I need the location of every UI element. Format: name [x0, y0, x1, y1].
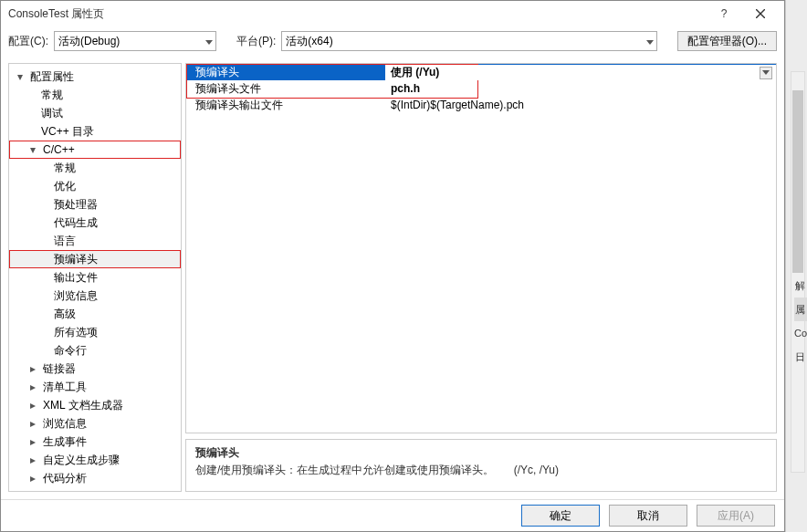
side-tab-properties[interactable]: 属	[794, 297, 807, 321]
window-title: ConsoleTest 属性页	[8, 6, 706, 22]
prop-row-pchfile[interactable]: 预编译头文件 pch.h	[186, 80, 776, 97]
tree-item-ccpp-preproc[interactable]: 预处理器	[9, 195, 181, 214]
ok-button[interactable]: 确定	[521, 505, 600, 527]
tree-item-ccpp-optimize[interactable]: 优化	[9, 177, 181, 195]
config-row: 配置(C): 活动(Debug) 平台(P): 活动(x64) 配置管理器(O)…	[1, 26, 784, 56]
tree-item-browseinfo[interactable]: ▸浏览信息	[9, 414, 181, 433]
tree-item-ccpp-lang[interactable]: 语言	[9, 232, 181, 250]
platform-select[interactable]: 活动(x64)	[281, 31, 656, 51]
grid-pane: 预编译头 使用 (/Yu) 预编译头文件 pch.h 预编译头输出文件 $(In…	[185, 63, 777, 492]
expander-icon[interactable]: ▾	[27, 143, 38, 156]
tree-item-buildevents[interactable]: ▸生成事件	[9, 433, 181, 451]
prop-value[interactable]: pch.h	[385, 82, 776, 95]
chevron-down-icon	[205, 35, 213, 47]
config-manager-button[interactable]: 配置管理器(O)...	[677, 31, 777, 51]
scrollbar-thumb[interactable]	[792, 90, 803, 273]
chevron-down-icon[interactable]	[760, 67, 772, 79]
prop-name: 预编译头	[186, 65, 385, 80]
tree-item-debug[interactable]: 调试	[9, 104, 181, 122]
tree-item-custombuild[interactable]: ▸自定义生成步骤	[9, 451, 181, 469]
prop-row-pchoutput[interactable]: 预编译头输出文件 $(IntDir)$(TargetName).pch	[186, 97, 776, 113]
expander-icon[interactable]: ▾	[15, 70, 26, 83]
expander-icon[interactable]: ▸	[27, 362, 38, 375]
config-select[interactable]: 活动(Debug)	[54, 31, 216, 51]
expander-icon[interactable]: ▸	[27, 472, 38, 485]
dialog-footer: 确定 取消 应用(A)	[1, 499, 784, 531]
ide-side-tabs: 解 属 Co 日	[785, 0, 807, 532]
desc-body: 创建/使用预编译头：在生成过程中允许创建或使用预编译头。 (/Yc, /Yu)	[195, 463, 767, 478]
description-pane: 预编译头 创建/使用预编译头：在生成过程中允许创建或使用预编译头。 (/Yc, …	[185, 439, 777, 492]
prop-value[interactable]: 使用 (/Yu)	[385, 65, 776, 80]
tree-item-ccpp-allopts[interactable]: 所有选项	[9, 323, 181, 341]
tree-item-ccpp-cmdline[interactable]: 命令行	[9, 341, 181, 360]
tree-item-ccpp-pch[interactable]: 预编译头	[9, 250, 181, 268]
expander-icon[interactable]: ▸	[27, 381, 38, 393]
help-button[interactable]: ?	[706, 1, 742, 26]
config-label: 配置(C):	[8, 34, 48, 49]
vertical-scrollbar[interactable]	[791, 71, 805, 473]
side-tab-solution[interactable]: 解	[794, 274, 807, 297]
property-grid[interactable]: 预编译头 使用 (/Yu) 预编译头文件 pch.h 预编译头输出文件 $(In…	[185, 63, 777, 433]
side-tab-log[interactable]: 日	[794, 345, 807, 369]
close-button[interactable]	[742, 1, 779, 26]
prop-row-pch[interactable]: 预编译头 使用 (/Yu)	[186, 64, 776, 80]
tree-pane[interactable]: ▾ 配置属性 常规 调试 VC++ 目录 ▾ C/C++	[8, 63, 182, 492]
titlebar: ConsoleTest 属性页 ?	[1, 1, 784, 26]
body-area: ▾ 配置属性 常规 调试 VC++ 目录 ▾ C/C++	[1, 56, 784, 499]
prop-name: 预编译头文件	[186, 81, 385, 97]
tree-item-general[interactable]: 常规	[9, 86, 181, 104]
tree-item-ccpp[interactable]: ▾ C/C++	[9, 141, 181, 159]
property-pages-dialog: ConsoleTest 属性页 ? 配置(C): 活动(Debug) 平台(P)…	[0, 0, 785, 532]
tree-item-ccpp-general[interactable]: 常规	[9, 159, 181, 177]
expander-icon[interactable]: ▸	[27, 435, 38, 448]
expander-icon[interactable]: ▸	[27, 454, 38, 466]
expander-icon[interactable]: ▸	[27, 417, 38, 430]
platform-label: 平台(P):	[236, 34, 276, 49]
tree-item-ccpp-advanced[interactable]: 高级	[9, 305, 181, 323]
tree-item-ccpp-browse[interactable]: 浏览信息	[9, 287, 181, 305]
prop-name: 预编译头输出文件	[186, 98, 385, 113]
tree-root[interactable]: ▾ 配置属性	[9, 68, 181, 86]
tree-item-xmldoc[interactable]: ▸XML 文档生成器	[9, 396, 181, 414]
side-tab-co[interactable]: Co	[794, 321, 807, 345]
tree-item-linker[interactable]: ▸链接器	[9, 360, 181, 378]
desc-title: 预编译头	[195, 445, 767, 461]
prop-value[interactable]: $(IntDir)$(TargetName).pch	[385, 99, 776, 111]
tree-item-ccpp-output[interactable]: 输出文件	[9, 268, 181, 287]
tree-item-manifest[interactable]: ▸清单工具	[9, 378, 181, 396]
apply-button[interactable]: 应用(A)	[697, 505, 775, 527]
platform-select-value: 活动(x64)	[286, 34, 332, 49]
close-icon	[756, 9, 765, 18]
tree-item-ccpp-codegen[interactable]: 代码生成	[9, 214, 181, 232]
tree-item-vcdirs[interactable]: VC++ 目录	[9, 122, 181, 141]
tree-item-codeanalysis[interactable]: ▸代码分析	[9, 469, 181, 487]
expander-icon[interactable]: ▸	[27, 399, 38, 412]
config-select-value: 活动(Debug)	[58, 34, 120, 49]
tree: ▾ 配置属性 常规 调试 VC++ 目录 ▾ C/C++	[9, 68, 181, 487]
chevron-down-icon	[646, 35, 654, 47]
cancel-button[interactable]: 取消	[609, 505, 687, 527]
